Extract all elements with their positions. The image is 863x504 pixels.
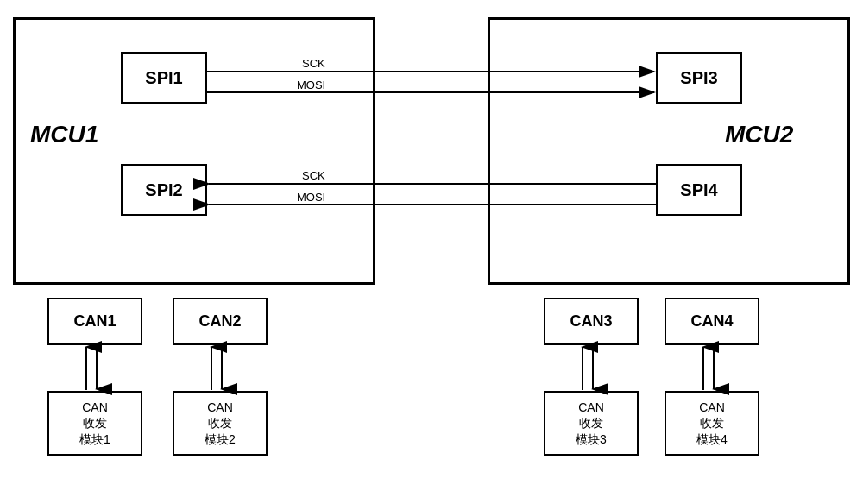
transceiver3: CAN 收发 模块3 (544, 391, 639, 456)
mcu1-label: MCU1 (30, 121, 98, 148)
can1-box: CAN1 (47, 298, 142, 345)
can3-box: CAN3 (544, 298, 639, 345)
mcu2-label: MCU2 (725, 121, 793, 148)
can4-box: CAN4 (665, 298, 759, 345)
spi1-box: SPI1 (121, 52, 207, 104)
transceiver1: CAN 收发 模块1 (47, 391, 142, 456)
spi3-box: SPI3 (656, 52, 742, 104)
spi2-box: SPI2 (121, 164, 207, 216)
transceiver4: CAN 收发 模块4 (665, 391, 759, 456)
spi4-box: SPI4 (656, 164, 742, 216)
diagram: MCU1 MCU2 SPI1 SPI2 SPI3 SPI4 CAN1 CAN2 … (0, 0, 863, 504)
transceiver2: CAN 收发 模块2 (173, 391, 268, 456)
can2-box: CAN2 (173, 298, 268, 345)
